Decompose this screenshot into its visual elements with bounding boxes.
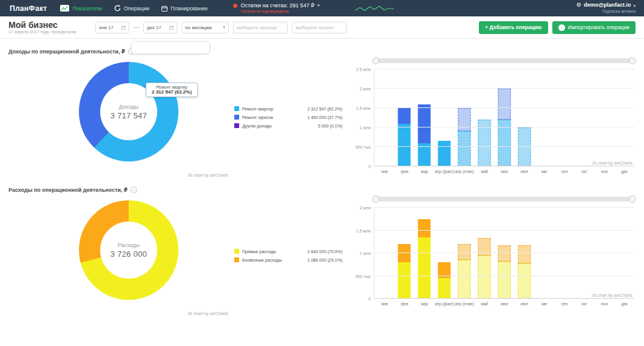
- bar-stack[interactable]: [458, 108, 471, 166]
- gridline: [375, 88, 634, 89]
- info-icon[interactable]: i: [130, 186, 137, 193]
- legend-item[interactable]: Косвенные расходы1 086 000 (29.1%): [234, 257, 342, 262]
- bar-stack[interactable]: [418, 104, 431, 166]
- income-legend: Ремонт квартир2 312 547 (62.2%)Ремонт оф…: [234, 106, 342, 128]
- gridline: [375, 127, 634, 127]
- gridline: [375, 69, 634, 69]
- bar-slot: мар: [415, 69, 435, 166]
- bar-segment[interactable]: [458, 108, 471, 131]
- expense-section: Расходы по операционной деятельности, ₽ …: [0, 186, 644, 316]
- bar-segment[interactable]: [458, 260, 471, 299]
- scrollbar-handle-right[interactable]: [629, 57, 636, 64]
- expense-donut-chart[interactable]: Расходы 3 726 000: [79, 200, 178, 300]
- income-donut-chart[interactable]: Доходы 3 717 547: [79, 62, 178, 161]
- y-axis-tick-label: 1.5 млн: [356, 106, 371, 110]
- legend-item[interactable]: Ремонт офисов1 400 000 (37.7%): [234, 115, 342, 120]
- legal-entity-field[interactable]: [233, 22, 288, 33]
- bar-segment[interactable]: [518, 245, 530, 263]
- bar-stack[interactable]: [438, 262, 451, 299]
- grouping-select[interactable]: по месяцам ▾: [181, 22, 229, 33]
- date-to-field[interactable]: [143, 22, 177, 33]
- amcharts-credit: JS chart by amCharts: [188, 311, 228, 316]
- x-axis-category-label: апр (факт): [435, 302, 454, 306]
- accounts-balance-dropdown[interactable]: Остатки на счетах: 291 547 ₽ ▾ Остатки н…: [233, 2, 319, 14]
- page-subtitle: 17 апреля 2017 года, понедельник: [8, 30, 76, 35]
- x-axis-category-label: фев: [401, 302, 408, 306]
- bar-stack[interactable]: [438, 141, 451, 166]
- legend-item[interactable]: Другие доходы5 000 (0.1%): [234, 123, 342, 128]
- bar-stack[interactable]: [498, 245, 510, 299]
- scrollbar-handle-left[interactable]: [372, 195, 379, 203]
- date-from-field[interactable]: [95, 22, 129, 33]
- donut-center: Расходы 3 726 000: [100, 222, 157, 279]
- bar-segment[interactable]: [498, 89, 510, 120]
- legend-label: Другие доходы: [242, 124, 314, 128]
- nav-item-planning[interactable]: Планирование: [161, 5, 208, 12]
- x-axis-category-label: мар: [421, 169, 428, 174]
- bar-segment[interactable]: [438, 141, 451, 166]
- main-nav: Показатели Операции Планирование: [60, 5, 208, 12]
- tooltip-value: 2 312 547 (62.2%): [152, 89, 192, 95]
- project-input[interactable]: [296, 25, 343, 30]
- bar-segment[interactable]: [418, 219, 431, 237]
- bar-segment[interactable]: [478, 256, 491, 299]
- bar-segment[interactable]: [458, 131, 471, 166]
- x-axis-category-label: окт: [581, 302, 588, 306]
- bar-segment[interactable]: [518, 263, 530, 299]
- bar-stack[interactable]: [418, 219, 431, 299]
- bar-stack[interactable]: [518, 127, 530, 166]
- bar-segment[interactable]: [418, 104, 431, 143]
- bar-segment[interactable]: [398, 244, 411, 262]
- y-axis-tick-label: 500 тыс: [356, 274, 371, 278]
- y-axis-tick-label: 2 млн: [359, 87, 371, 91]
- user-menu[interactable]: ⚙ demo@planfact.io ▾ Подписка активна: [577, 2, 644, 14]
- bar-segment[interactable]: [398, 262, 411, 299]
- bar-segment[interactable]: [498, 245, 510, 261]
- date-from-input[interactable]: [99, 25, 119, 30]
- scrollbar-handle-right[interactable]: [629, 195, 636, 203]
- bar-segment[interactable]: [438, 278, 451, 299]
- page-title-block: Мой бизнес 17 апреля 2017 года, понедель…: [8, 20, 76, 35]
- scrollbar-handle-left[interactable]: [372, 57, 379, 64]
- bar-slot: июн: [495, 208, 515, 299]
- legend-item[interactable]: Прямые расходы2 640 000 (70.9%): [234, 249, 342, 254]
- y-axis-tick-label: 2.5 млн: [356, 67, 371, 72]
- add-operation-button[interactable]: + Добавить операцию: [479, 21, 548, 34]
- date-to-input[interactable]: [147, 25, 167, 30]
- calendar-icon: [169, 25, 174, 30]
- bar-segment[interactable]: [518, 127, 530, 166]
- legend-item[interactable]: Ремонт квартир2 312 547 (62.2%): [234, 106, 342, 111]
- open-dropdown-panel[interactable]: [131, 41, 210, 54]
- y-axis-tick-label: 2 млн: [359, 206, 371, 210]
- x-axis-category-label: авг: [541, 169, 547, 174]
- nav-item-operations[interactable]: Операции: [114, 5, 149, 12]
- caret-down-icon: ▾: [633, 3, 636, 8]
- bar-segment[interactable]: [398, 124, 411, 166]
- bar-slot: окт: [574, 69, 594, 166]
- bar-stack[interactable]: [398, 108, 411, 166]
- legend-label: Прямые расходы: [242, 249, 303, 254]
- project-field[interactable]: [292, 22, 347, 33]
- amcharts-credit: JS chart by amCharts: [188, 173, 228, 177]
- caret-down-icon: ▾: [317, 3, 320, 8]
- bar-segment[interactable]: [418, 237, 431, 299]
- add-operation-label: + Добавить операцию: [485, 24, 542, 30]
- nav-item-indicators[interactable]: Показатели: [60, 5, 101, 12]
- subscription-status: Подписка активна: [577, 9, 636, 14]
- chart-scrollbar[interactable]: [374, 197, 634, 202]
- x-axis-category-label: янв: [381, 169, 388, 174]
- bar-slot: май: [475, 69, 495, 166]
- page-title: Мой бизнес: [8, 20, 76, 30]
- chart-line-icon: [60, 5, 69, 12]
- chart-scrollbar[interactable]: [374, 58, 634, 63]
- amcharts-credit: JS chart by amCharts: [592, 293, 632, 297]
- bar-segment[interactable]: [398, 108, 411, 124]
- import-operations-button[interactable]: ↓ Импортировать операции: [552, 21, 636, 34]
- bar-stack[interactable]: [498, 89, 510, 166]
- legal-entity-input[interactable]: [237, 25, 284, 30]
- bar-stack[interactable]: [478, 238, 491, 299]
- bar-slot: дек: [614, 208, 634, 299]
- bar-segment[interactable]: [498, 262, 510, 299]
- x-axis-category-label: июн: [501, 302, 508, 306]
- app-logo[interactable]: ПланФакт: [0, 4, 60, 13]
